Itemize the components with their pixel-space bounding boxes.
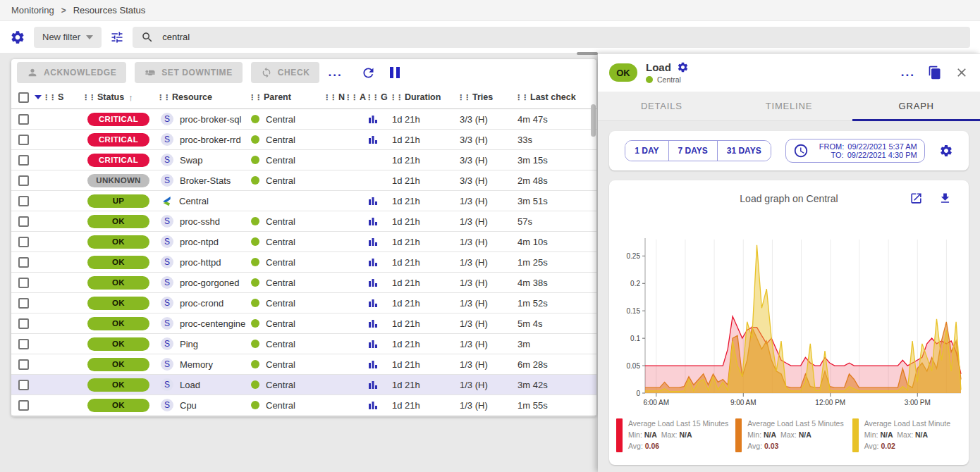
breadcrumb-item-monitoring[interactable]: Monitoring	[11, 5, 54, 15]
panel-more-button[interactable]: ...	[901, 69, 915, 76]
column-header-resource[interactable]: ⋮⋮Resource	[157, 92, 248, 102]
drag-handle-icon[interactable]: ⋮⋮	[344, 93, 357, 102]
graph-icon[interactable]	[368, 359, 378, 369]
row-checkbox[interactable]	[18, 135, 29, 145]
column-header-last-check[interactable]: ⋮⋮Last check	[515, 92, 596, 102]
check-button[interactable]: CHECK	[251, 62, 320, 83]
parent-cell[interactable]: Central	[248, 155, 323, 166]
more-actions-button[interactable]: ...	[328, 69, 342, 76]
resource-cell[interactable]: S proc-broker-sql	[157, 113, 248, 125]
row-checkbox[interactable]	[18, 237, 29, 247]
parent-cell[interactable]: Central	[248, 175, 323, 186]
graph-icon[interactable]	[368, 380, 378, 390]
legend-item[interactable]: Average Load Last 5 Minutes Min: N/A Max…	[735, 418, 845, 452]
row-checkbox[interactable]	[18, 257, 29, 268]
search-input[interactable]: central	[133, 27, 970, 48]
graph-options-gear-icon[interactable]	[939, 144, 953, 158]
resource-cell[interactable]: S Load	[157, 378, 248, 391]
resource-cell[interactable]: S Central	[157, 195, 248, 207]
vertical-scrollbar[interactable]	[591, 87, 596, 411]
time-range-31-days-button[interactable]: 31 DAYS	[717, 141, 771, 161]
close-icon[interactable]	[955, 66, 969, 80]
parent-cell[interactable]: Central	[248, 278, 323, 288]
tab-details[interactable]: DETAILS	[598, 92, 725, 120]
row-checkbox[interactable]	[18, 359, 29, 370]
load-chart[interactable]: 00.050.10.150.20.256:00 AM9:00 AM12:00 P…	[613, 234, 965, 411]
drag-handle-icon[interactable]: ⋮⋮	[157, 93, 169, 102]
row-checkbox[interactable]	[18, 318, 29, 329]
column-header-a[interactable]: ⋮⋮A	[344, 92, 365, 102]
vertical-scrollbar-thumb[interactable]	[591, 104, 596, 137]
graph-icon[interactable]	[368, 135, 378, 144]
resource-cell[interactable]: S proc-centengine	[157, 317, 248, 330]
drag-handle-icon[interactable]: ⋮⋮	[42, 93, 55, 102]
acknowledge-button[interactable]: ACKNOWLEDGE	[17, 62, 126, 83]
legend-item[interactable]: Average Load Last Minute Min: N/A Max: N…	[852, 418, 962, 452]
row-checkbox[interactable]	[18, 155, 29, 166]
row-checkbox[interactable]	[18, 339, 29, 349]
row-checkbox[interactable]	[18, 298, 29, 309]
parent-cell[interactable]: Central	[248, 339, 323, 349]
resource-cell[interactable]: S Cpu	[157, 399, 248, 411]
copy-link-icon[interactable]	[928, 66, 942, 80]
resource-cell[interactable]: S Memory	[157, 358, 248, 371]
drag-handle-icon[interactable]: ⋮⋮	[515, 93, 527, 102]
row-checkbox[interactable]	[18, 216, 29, 227]
resource-cell[interactable]: S proc-crond	[157, 297, 248, 309]
refresh-icon[interactable]	[361, 66, 376, 80]
graph-icon[interactable]	[368, 298, 378, 308]
table-row[interactable]: UP S Central 1d 21h 1/3 (H) 3m 51s	[11, 191, 596, 211]
select-dropdown-caret-icon[interactable]	[35, 95, 42, 99]
resource-cell[interactable]: S proc-gorgoned	[157, 276, 248, 289]
graph-icon[interactable]	[368, 400, 378, 410]
resource-cell[interactable]: S proc-sshd	[157, 215, 248, 228]
resource-cell[interactable]: S proc-broker-rrd	[157, 133, 248, 146]
time-range-7-days-button[interactable]: 7 DAYS	[668, 141, 717, 161]
table-row[interactable]: OK S Memory Central 1d 21h 1/3 (H) 6m 28…	[11, 354, 596, 375]
row-checkbox[interactable]	[18, 175, 29, 186]
breadcrumb-item-resources-status[interactable]: Resources Status	[73, 5, 146, 15]
custom-time-period-button[interactable]: FROM:09/22/2021 5:37 AM TO:09/22/2021 4:…	[785, 139, 925, 163]
resource-cell[interactable]: S Swap	[157, 154, 248, 166]
table-row[interactable]: OK S Load Central 1d 21h 1/3 (H) 3m 42s	[11, 375, 596, 395]
table-row[interactable]: OK S proc-sshd Central 1d 21h 1/3 (H) 57…	[11, 211, 596, 232]
parent-cell[interactable]: Central	[248, 359, 323, 370]
column-header-n[interactable]: ⋮⋮N	[323, 92, 344, 102]
parent-cell[interactable]: Central	[248, 135, 323, 145]
row-checkbox[interactable]	[18, 380, 29, 390]
table-row[interactable]: CRITICAL S proc-broker-rrd Central 1d 21…	[11, 130, 596, 150]
parent-cell[interactable]: Central	[248, 400, 323, 411]
panel-settings-gear-icon[interactable]	[677, 61, 689, 73]
graph-icon[interactable]	[368, 237, 378, 247]
legend-item[interactable]: Average Load Last 15 Minutes Min: N/A Ma…	[616, 418, 728, 452]
parent-cell[interactable]: Central	[248, 114, 323, 125]
open-in-new-icon[interactable]	[909, 192, 923, 205]
resource-cell[interactable]: S Broker-Stats	[157, 174, 248, 187]
table-row[interactable]: OK S Cpu Central 1d 21h 1/3 (H) 1m 55s	[11, 395, 596, 416]
drag-handle-icon[interactable]: ⋮⋮	[389, 93, 402, 102]
column-header-status[interactable]: ⋮⋮Status↑	[82, 92, 157, 103]
parent-cell[interactable]: Central	[248, 216, 323, 227]
tab-timeline[interactable]: TIMELINE	[725, 92, 853, 120]
resource-cell[interactable]: S proc-ntpd	[157, 235, 248, 248]
table-row[interactable]: UNKNOWN S Broker-Stats Central 1d 21h 3/…	[11, 170, 596, 191]
tab-graph[interactable]: GRAPH	[852, 92, 980, 120]
new-filter-dropdown[interactable]: New filter	[34, 27, 102, 48]
row-checkbox[interactable]	[18, 196, 29, 206]
drag-handle-icon[interactable]: ⋮⋮	[82, 93, 94, 102]
drag-handle-icon[interactable]: ⋮⋮	[365, 93, 378, 102]
tune-filter-icon[interactable]	[110, 30, 124, 44]
parent-cell[interactable]: Central	[248, 380, 323, 390]
table-row[interactable]: OK S proc-centengine Central 1d 21h 1/3 …	[11, 313, 596, 334]
select-all-checkbox[interactable]	[18, 92, 29, 103]
table-row[interactable]: CRITICAL S Swap Central 1d 21h 3/3 (H) 3…	[11, 150, 596, 170]
graph-icon[interactable]	[368, 257, 378, 267]
parent-cell[interactable]: Central	[248, 257, 323, 268]
set-downtime-button[interactable]: SET DOWNTIME	[135, 62, 243, 83]
graph-icon[interactable]	[368, 278, 378, 287]
column-header-parent[interactable]: ⋮⋮Parent	[248, 92, 323, 102]
table-row[interactable]: OK S proc-crond Central 1d 21h 1/3 (H) 1…	[11, 293, 596, 313]
resource-cell[interactable]: S Ping	[157, 337, 248, 350]
column-header-duration[interactable]: ⋮⋮Duration	[389, 92, 457, 102]
table-row[interactable]: OK S Ping Central 1d 21h 1/3 (H) 3m	[11, 334, 596, 354]
